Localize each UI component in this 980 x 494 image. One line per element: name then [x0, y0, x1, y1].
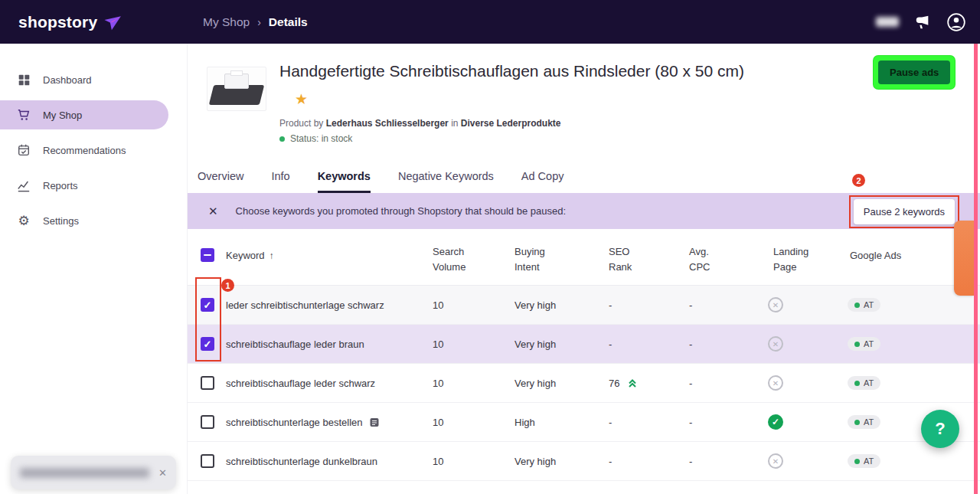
table-row: leder schreibtischunterlage schwarz 10 V…: [188, 286, 980, 325]
buying-intent-cell: High: [514, 417, 535, 428]
table-row: schreibtischauflage leder braun 10 Very …: [188, 325, 980, 364]
rating-star-icon[interactable]: ★: [295, 90, 308, 108]
buying-intent-cell: Very high: [514, 339, 556, 350]
note-icon[interactable]: [369, 417, 380, 427]
annotation-rect-2: Pause 2 keywords: [849, 195, 959, 228]
seo-rank-cell: 76: [609, 378, 638, 389]
sidebar-item-label: Dashboard: [43, 74, 92, 86]
main-content: Handgefertigte Schreibtischauflagen aus …: [188, 44, 980, 494]
tab-keywords[interactable]: Keywords: [318, 170, 371, 193]
blurred-notification-toast: ✕: [11, 456, 176, 489]
help-button[interactable]: ?: [921, 410, 959, 448]
keyword-cell: schreibtischauflage leder schwarz: [226, 378, 375, 389]
byline-prefix: Product by: [279, 118, 323, 129]
sidebar-item-label: Settings: [43, 215, 79, 227]
breadcrumb-parent[interactable]: My Shop: [203, 15, 250, 29]
pause-ads-button[interactable]: Pause ads: [878, 61, 950, 84]
calendar-check-icon: [17, 143, 31, 157]
feedback-side-tab[interactable]: [954, 221, 974, 296]
right-edge-strip: [974, 44, 978, 494]
table-row: schreibtischauflage leder schwarz 10 Ver…: [188, 364, 980, 403]
landing-page-not-set-icon[interactable]: ✕: [768, 453, 783, 469]
seo-rank-cell: -: [609, 456, 612, 467]
product-image: [207, 67, 266, 111]
active-dot-icon: [854, 381, 860, 386]
banner-close-icon[interactable]: ✕: [208, 204, 218, 218]
sidebar-item-settings[interactable]: ⚙ Settings: [0, 203, 187, 238]
search-volume-cell: 10: [433, 378, 443, 389]
landing-page-not-set-icon[interactable]: ✕: [768, 336, 783, 352]
blurred-topbar-item: [876, 17, 899, 27]
line-chart-icon: [17, 178, 31, 192]
sidebar-item-my-shop[interactable]: My Shop: [0, 100, 168, 129]
google-ads-region-badge: AT: [848, 298, 880, 312]
keywords-table-body: leder schreibtischunterlage schwarz 10 V…: [188, 286, 980, 481]
active-dot-icon: [854, 303, 860, 308]
tab-info[interactable]: Info: [271, 170, 289, 193]
avg-cpc-cell: -: [689, 339, 692, 350]
sort-ascending-icon[interactable]: ↑: [270, 250, 274, 261]
avg-cpc-cell: -: [689, 299, 692, 311]
seller-name: Lederhaus Schliesselberger: [326, 118, 449, 129]
dashboard-icon: [17, 73, 31, 87]
gear-icon: ⚙: [17, 214, 31, 227]
sidebar: Dashboard My Shop Recommendations Report…: [0, 44, 188, 494]
column-header-landing-page: LandingPage: [773, 244, 808, 275]
rank-up-icon: [627, 378, 638, 388]
product-category: Diverse Lederprodukte: [461, 118, 561, 129]
tab-negative-keywords[interactable]: Negative Keywords: [398, 170, 494, 193]
keyword-cell: schreibtischunterlage bestellen: [226, 417, 380, 428]
status-dot-icon: [279, 136, 285, 142]
cart-icon: [17, 108, 31, 122]
search-volume-cell: 10: [433, 456, 443, 467]
keywords-table-header: Keyword ↑ SearchVolume BuyingIntent SEOR…: [188, 229, 980, 286]
landing-page-ok-icon[interactable]: ✓: [768, 414, 783, 430]
pause-keywords-button[interactable]: Pause 2 keywords: [854, 199, 955, 224]
logo-text: shopstory: [18, 13, 97, 31]
logo[interactable]: shopstory: [18, 0, 121, 44]
keyword-cell: schreibtischauflage leder braun: [226, 339, 364, 350]
sidebar-item-label: Recommendations: [43, 145, 126, 156]
column-header-search-volume: SearchVolume: [433, 244, 466, 275]
row-checkbox[interactable]: [201, 454, 214, 468]
row-checkbox[interactable]: [201, 376, 214, 390]
breadcrumb-current: Details: [269, 15, 308, 29]
column-header-avg-cpc: Avg.CPC: [689, 244, 710, 275]
annotation-badge-2: 2: [852, 174, 865, 187]
buying-intent-cell: Very high: [514, 378, 556, 389]
column-header-keyword[interactable]: Keyword ↑: [226, 250, 274, 261]
google-ads-region-badge: AT: [848, 337, 880, 351]
avg-cpc-cell: -: [689, 456, 692, 467]
breadcrumb-separator-icon: ›: [257, 16, 261, 28]
blurred-toast-text: [20, 468, 149, 478]
byline-connector: in: [451, 118, 458, 129]
row-checkbox[interactable]: [201, 415, 214, 429]
buying-intent-cell: Very high: [514, 456, 556, 467]
megaphone-icon[interactable]: [914, 14, 931, 31]
table-row: schreibtischunterlage dunkelbraun 10 Ver…: [188, 442, 980, 481]
annotation-highlight-pause-ads: Pause ads: [874, 56, 955, 89]
select-all-checkbox[interactable]: [201, 248, 214, 262]
seo-rank-cell: -: [609, 299, 612, 311]
landing-page-not-set-icon[interactable]: ✕: [768, 375, 783, 391]
paper-plane-icon: [101, 11, 122, 32]
sidebar-item-label: Reports: [43, 180, 78, 191]
sidebar-item-reports[interactable]: Reports: [0, 168, 187, 203]
active-dot-icon: [854, 342, 860, 347]
column-header-buying-intent: BuyingIntent: [514, 244, 545, 275]
active-dot-icon: [854, 459, 860, 464]
account-icon[interactable]: [946, 12, 966, 32]
sidebar-item-recommendations[interactable]: Recommendations: [0, 132, 187, 168]
stock-status: Status: in stock: [279, 133, 352, 144]
avg-cpc-cell: -: [689, 378, 692, 389]
landing-page-not-set-icon[interactable]: ✕: [768, 297, 783, 312]
tab-overview[interactable]: Overview: [198, 170, 243, 193]
search-volume-cell: 10: [433, 339, 443, 350]
seo-rank-cell: -: [609, 339, 612, 350]
table-row: schreibtischunterlage bestellen 10 High …: [188, 403, 980, 442]
topbar-actions: [876, 0, 966, 44]
google-ads-region-badge: AT: [848, 415, 880, 429]
tab-ad-copy[interactable]: Ad Copy: [521, 170, 564, 193]
sidebar-item-dashboard[interactable]: Dashboard: [0, 62, 187, 97]
toast-close-icon[interactable]: ✕: [158, 467, 167, 479]
